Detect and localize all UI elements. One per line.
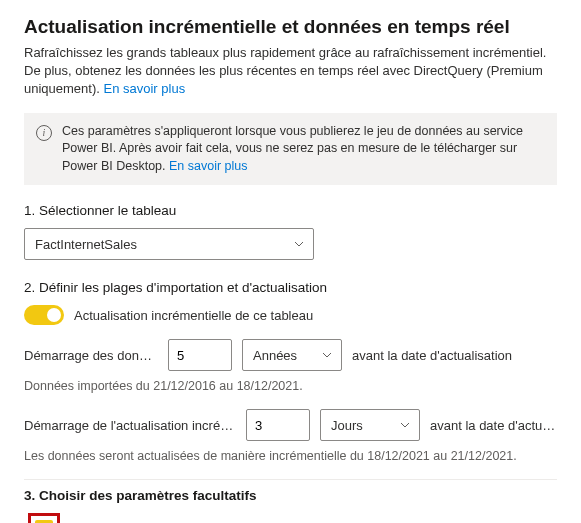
incremental-toggle[interactable] — [24, 305, 64, 325]
checkbox-highlight — [28, 513, 60, 523]
chevron-down-icon — [293, 238, 305, 250]
archive-label: Démarrage des données — [24, 348, 158, 363]
archive-row: Démarrage des données Années avant la da… — [24, 339, 557, 371]
incremental-label: Démarrage de l'actualisation incrémentie… — [24, 418, 236, 433]
incremental-suffix: avant la date d'actualisation — [430, 418, 557, 433]
step2-label: 2. Définir les plages d'importation et d… — [24, 280, 557, 295]
page-subtitle: Rafraîchissez les grands tableaux plus r… — [24, 44, 557, 99]
archive-unit-select[interactable]: Années — [242, 339, 342, 371]
chevron-down-icon — [399, 419, 411, 431]
archive-suffix: avant la date d'actualisation — [352, 348, 557, 363]
info-text-wrap: Ces paramètres s'appliqueront lorsque vo… — [62, 123, 545, 176]
incremental-hint: Les données seront actualisées de manièr… — [24, 449, 557, 463]
incremental-unit-select[interactable]: Jours — [320, 409, 420, 441]
directquery-row: Obtenez les données les plus récentes en… — [24, 513, 557, 523]
toggle-row: Actualisation incrémentielle de ce table… — [24, 305, 557, 325]
info-banner: i Ces paramètres s'appliqueront lorsque … — [24, 113, 557, 186]
table-select-value: FactInternetSales — [35, 237, 137, 252]
step3-label: 3. Choisir des paramètres facultatifs — [24, 488, 557, 503]
chevron-down-icon — [321, 349, 333, 361]
info-icon: i — [36, 125, 52, 141]
incremental-row: Démarrage de l'actualisation incrémentie… — [24, 409, 557, 441]
step1-label: 1. Sélectionner le tableau — [24, 203, 557, 218]
archive-unit-value: Années — [253, 348, 297, 363]
incremental-unit-value: Jours — [331, 418, 363, 433]
learn-more-link-info[interactable]: En savoir plus — [169, 159, 248, 173]
archive-hint: Données importées du 21/12/2016 au 18/12… — [24, 379, 557, 393]
subtitle-text: Rafraîchissez les grands tableaux plus r… — [24, 45, 546, 96]
table-select[interactable]: FactInternetSales — [24, 228, 314, 260]
incremental-value-input[interactable] — [246, 409, 310, 441]
archive-value-input[interactable] — [168, 339, 232, 371]
directquery-text-wrap: Obtenez les données les plus récentes en… — [70, 513, 557, 523]
page-title: Actualisation incrémentielle et données … — [24, 16, 557, 38]
learn-more-link-header[interactable]: En savoir plus — [104, 81, 186, 96]
toggle-label: Actualisation incrémentielle de ce table… — [74, 308, 313, 323]
step3-section: 3. Choisir des paramètres facultatifs Ob… — [24, 479, 557, 523]
info-text: Ces paramètres s'appliqueront lorsque vo… — [62, 124, 523, 173]
